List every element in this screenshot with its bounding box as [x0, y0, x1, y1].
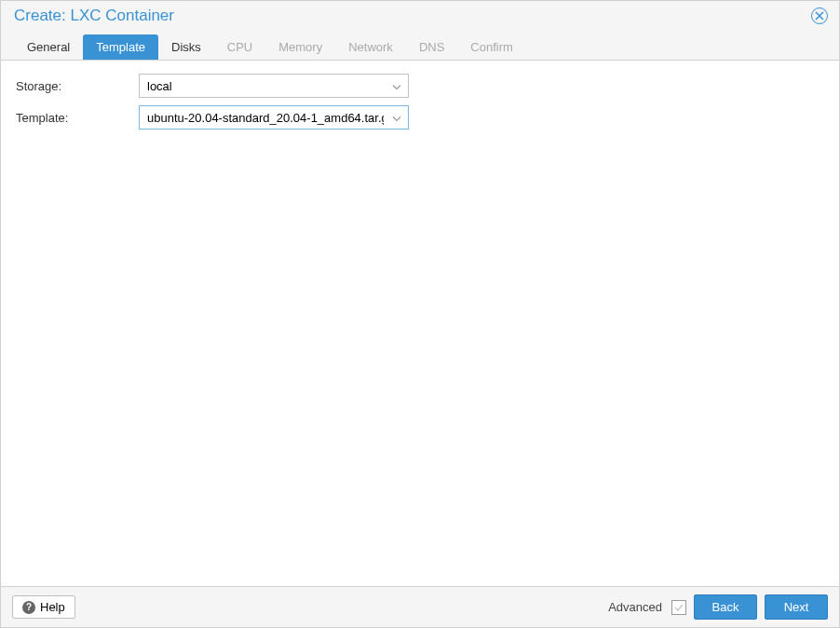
- window-title: Create: LXC Container: [14, 7, 174, 25]
- tab-cpu: CPU: [214, 34, 265, 60]
- window-header: Create: LXC Container General Template D…: [1, 1, 839, 61]
- storage-input[interactable]: [139, 74, 409, 98]
- tab-memory: Memory: [265, 34, 335, 60]
- wizard-tabs: General Template Disks CPU Memory Networ…: [1, 29, 839, 60]
- footer-right: Advanced Back Next: [608, 594, 828, 620]
- advanced-label: Advanced: [608, 600, 662, 614]
- tab-confirm: Confirm: [457, 34, 526, 60]
- close-icon: [815, 11, 824, 20]
- title-row: Create: LXC Container: [1, 7, 839, 29]
- help-button-label: Help: [40, 600, 65, 614]
- tab-dns: DNS: [406, 34, 457, 60]
- tab-general[interactable]: General: [14, 34, 83, 60]
- create-lxc-container-window: Create: LXC Container General Template D…: [0, 0, 840, 628]
- next-button[interactable]: Next: [765, 594, 828, 620]
- template-row: Template:: [16, 105, 824, 130]
- back-button[interactable]: Back: [694, 594, 757, 620]
- help-icon: ?: [22, 601, 35, 614]
- template-select[interactable]: [139, 105, 409, 130]
- close-button[interactable]: [811, 7, 828, 24]
- help-button[interactable]: ? Help: [12, 595, 75, 619]
- footer-left: ? Help: [12, 595, 75, 619]
- tab-network: Network: [335, 34, 406, 60]
- tab-template[interactable]: Template: [83, 34, 158, 60]
- advanced-checkbox[interactable]: [671, 600, 686, 615]
- panel-body: Storage: Template:: [1, 61, 839, 586]
- tab-disks[interactable]: Disks: [158, 34, 214, 60]
- storage-select[interactable]: [139, 74, 409, 98]
- template-input[interactable]: [139, 105, 409, 130]
- template-label: Template:: [16, 111, 139, 125]
- storage-row: Storage:: [16, 74, 824, 98]
- window-footer: ? Help Advanced Back Next: [1, 586, 839, 627]
- storage-label: Storage:: [16, 79, 139, 93]
- check-icon: [673, 602, 684, 613]
